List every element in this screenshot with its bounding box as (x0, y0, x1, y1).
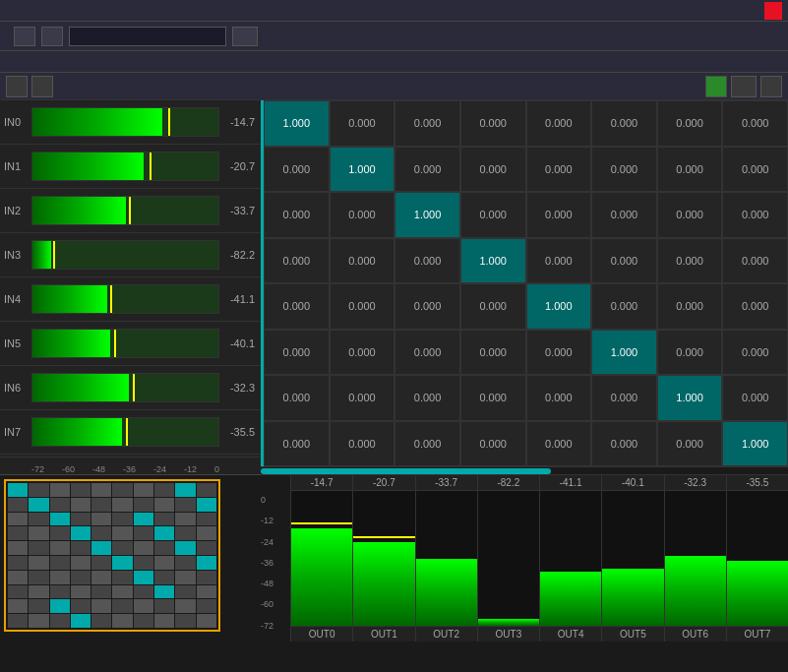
matrix-grid-cell[interactable] (175, 556, 195, 570)
matrix-grid-cell[interactable] (134, 498, 153, 512)
matrix-grid-cell[interactable] (8, 513, 28, 526)
matrix-grid-cell[interactable] (50, 483, 70, 497)
matrix-grid-cell[interactable] (91, 483, 111, 497)
close-button[interactable] (764, 2, 782, 20)
matrix-grid-cell[interactable] (197, 614, 216, 628)
matrix-grid-cell[interactable] (112, 585, 132, 599)
matrix-value-cell[interactable]: 0.000 (330, 330, 395, 376)
matrix-value-cell[interactable]: 0.000 (657, 147, 723, 193)
matrix-grid-cell[interactable] (154, 571, 174, 584)
matrix-grid-cell[interactable] (112, 513, 132, 526)
matrix-grid-cell[interactable] (71, 571, 91, 584)
matrix-value-cell[interactable]: 1.000 (526, 283, 592, 330)
next-button[interactable] (41, 27, 63, 46)
matrix-grid-cell[interactable] (175, 541, 195, 555)
matrix-grid-cell[interactable] (175, 498, 195, 512)
scroll-bar-h[interactable] (261, 466, 788, 474)
matrix-grid-cell[interactable] (29, 614, 48, 628)
matrix-value-cell[interactable]: 0.000 (394, 375, 460, 421)
matrix-grid-cell[interactable] (134, 556, 153, 570)
matrix-grid-cell[interactable] (50, 513, 70, 526)
matrix-value-cell[interactable]: 0.000 (460, 330, 526, 376)
matrix-grid-cell[interactable] (154, 585, 174, 599)
matrix-grid-cell[interactable] (91, 498, 111, 512)
matrix-grid-cell[interactable] (197, 556, 216, 570)
matrix-value-cell[interactable]: 0.000 (657, 283, 723, 330)
matrix-grid-cell[interactable] (50, 614, 70, 628)
matrix-value-cell[interactable]: 0.000 (591, 192, 657, 238)
matrix-grid-cell[interactable] (8, 498, 28, 512)
matrix-value-cell[interactable]: 0.000 (460, 421, 526, 467)
matrix-grid-cell[interactable] (112, 571, 132, 584)
matrix-grid-cell[interactable] (8, 614, 28, 628)
matrix-value-cell[interactable]: 0.000 (264, 147, 330, 193)
matrix-grid-cell[interactable] (71, 483, 91, 497)
matrix-value-cell[interactable]: 0.000 (722, 375, 788, 421)
matrix-value-cell[interactable]: 0.000 (460, 147, 526, 193)
matrix-value-cell[interactable]: 0.000 (394, 283, 460, 330)
matrix-grid-cell[interactable] (29, 599, 48, 613)
matrix-value-cell[interactable]: 0.000 (264, 330, 330, 376)
matrix-grid-cell[interactable] (50, 556, 70, 570)
matrix-grid-cell[interactable] (29, 556, 48, 570)
matrix-grid-cell[interactable] (197, 571, 216, 584)
matrix-grid-cell[interactable] (91, 556, 111, 570)
matrix-value-cell[interactable]: 0.000 (330, 421, 395, 467)
matrix-grid-cell[interactable] (50, 599, 70, 613)
matrix-value-cell[interactable]: 0.000 (460, 283, 526, 330)
matrix-value-cell[interactable]: 0.000 (591, 283, 657, 330)
matrix-value-cell[interactable]: 0.000 (394, 238, 460, 284)
matrix-grid-cell[interactable] (175, 526, 195, 540)
matrix-grid-cell[interactable] (197, 599, 216, 613)
matrix-value-cell[interactable]: 1.000 (330, 147, 395, 193)
matrix-grid-cell[interactable] (71, 513, 91, 526)
b-button[interactable] (731, 76, 757, 97)
matrix-value-cell[interactable]: 0.000 (526, 192, 592, 238)
matrix-grid[interactable] (4, 479, 220, 632)
matrix-value-cell[interactable]: 0.000 (722, 192, 788, 238)
matrix-value-cell[interactable]: 0.000 (330, 192, 395, 238)
matrix-grid-cell[interactable] (134, 541, 153, 555)
matrix-grid-cell[interactable] (8, 483, 28, 497)
matrix-value-cell[interactable]: 0.000 (526, 100, 592, 147)
matrix-value-cell[interactable]: 0.000 (264, 192, 330, 238)
matrix-grid-cell[interactable] (112, 541, 132, 555)
matrix-grid-cell[interactable] (29, 513, 48, 526)
matrix-grid-cell[interactable] (29, 483, 48, 497)
matrix-grid-cell[interactable] (29, 526, 48, 540)
matrix-grid-cell[interactable] (91, 571, 111, 584)
matrix-grid-cell[interactable] (50, 498, 70, 512)
matrix-grid-cell[interactable] (112, 556, 132, 570)
matrix-grid-cell[interactable] (197, 541, 216, 555)
matrix-value-cell[interactable]: 0.000 (722, 330, 788, 376)
matrix-value-cell[interactable]: 0.000 (394, 147, 460, 193)
matrix-grid-cell[interactable] (8, 585, 28, 599)
matrix-value-cell[interactable]: 1.000 (591, 330, 657, 376)
matrix-grid-cell[interactable] (154, 498, 174, 512)
prev-button[interactable] (14, 27, 35, 46)
matrix-value-cell[interactable]: 0.000 (264, 421, 330, 467)
matrix-value-cell[interactable]: 0.000 (264, 283, 330, 330)
matrix-grid-cell[interactable] (112, 498, 132, 512)
matrix-value-cell[interactable]: 1.000 (264, 100, 330, 147)
matrix-grid-cell[interactable] (29, 585, 48, 599)
matrix-value-cell[interactable]: 0.000 (657, 192, 723, 238)
matrix-grid-cell[interactable] (91, 614, 111, 628)
matrix-value-cell[interactable]: 0.000 (330, 100, 395, 147)
matrix-grid-cell[interactable] (50, 585, 70, 599)
matrix-grid-cell[interactable] (71, 541, 91, 555)
matrix-grid-cell[interactable] (154, 599, 174, 613)
matrix-grid-cell[interactable] (50, 571, 70, 584)
matrix-value-cell[interactable]: 0.000 (460, 192, 526, 238)
matrix-value-cell[interactable]: 0.000 (657, 330, 723, 376)
matrix-grid-cell[interactable] (50, 541, 70, 555)
matrix-grid-cell[interactable] (134, 585, 153, 599)
matrix-value-cell[interactable]: 0.000 (394, 100, 460, 147)
matrix-grid-cell[interactable] (91, 513, 111, 526)
matrix-grid-cell[interactable] (29, 571, 48, 584)
matrix-grid-cell[interactable] (8, 526, 28, 540)
undo-button[interactable] (6, 76, 28, 97)
matrix-grid-cell[interactable] (175, 483, 195, 497)
matrix-value-cell[interactable]: 1.000 (394, 192, 460, 238)
matrix-grid-cell[interactable] (134, 526, 153, 540)
